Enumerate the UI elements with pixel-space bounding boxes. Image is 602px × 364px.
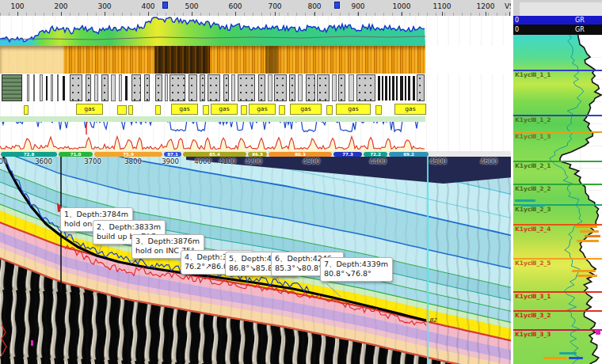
inclination-segment: 71.0 xyxy=(59,152,93,157)
gas-flag-small xyxy=(326,105,333,115)
interval-flag xyxy=(559,352,577,355)
interval-flag xyxy=(577,275,597,277)
litho-block xyxy=(94,74,98,101)
depth-label: 4600 xyxy=(480,157,497,165)
image-log-track xyxy=(0,46,511,74)
litho-block xyxy=(125,76,128,100)
litho-block xyxy=(86,74,91,101)
vs-ruler-label: 500 xyxy=(185,2,198,10)
gas-flag: gas xyxy=(336,104,371,115)
vs-ruler: 100200300400500600700800900100011001200V… xyxy=(0,0,513,17)
depth-label: 3600 xyxy=(35,157,52,165)
gas-flag-small xyxy=(203,105,209,115)
litho-block xyxy=(200,74,205,101)
red-log-plot xyxy=(0,135,511,151)
right-panel-header-tab xyxy=(513,0,602,16)
depth-label: 4200 xyxy=(245,157,262,165)
image-log-dark-zone xyxy=(265,46,278,74)
red-log-track xyxy=(0,135,511,152)
ruler-marker-icon xyxy=(162,2,168,9)
interval-flag xyxy=(577,240,599,242)
annotation-note: 80.8°↘76.8° xyxy=(324,269,388,279)
depth-label: 4500 xyxy=(429,157,447,165)
gas-flag: gas xyxy=(290,104,322,115)
litho-block xyxy=(382,76,383,100)
image-log-dark-zone xyxy=(154,46,210,74)
interval-flag xyxy=(515,199,535,202)
inclination-segment: 75.9 xyxy=(94,152,162,157)
depth-label: 00 xyxy=(0,157,7,165)
litho-block xyxy=(119,74,122,101)
cross-section-canvas[interactable]: 0036003700380039004000410042004300440045… xyxy=(0,157,511,364)
annotation-depth: 3、Depth:3876m xyxy=(135,237,200,246)
formation-top-label: K1ycⅢ_2_3 xyxy=(515,206,551,213)
lithology-track xyxy=(0,74,511,104)
formation-top-label: K1ycⅢ_3_1 xyxy=(515,293,551,300)
curve-name: GR xyxy=(575,17,585,24)
litho-block xyxy=(46,76,48,100)
inclination-segment-bar: 72.871.075.987.185.486.380.377.372.269.2 xyxy=(0,151,511,157)
interval-flag xyxy=(580,230,599,233)
gas-flag: gas xyxy=(76,104,103,115)
litho-block xyxy=(27,74,29,101)
gas-flag-small xyxy=(279,105,285,115)
vs-ruler-label: 1200 xyxy=(477,2,495,10)
litho-block xyxy=(170,74,185,101)
litho-block xyxy=(238,74,255,101)
gr-curve-track xyxy=(0,16,511,47)
litho-block xyxy=(63,76,65,100)
vs-ruler-label: 200 xyxy=(54,2,67,10)
formation-top-label: K1ycⅢ_3_3 xyxy=(515,331,551,338)
litho-block xyxy=(349,74,354,101)
litho-block xyxy=(405,76,406,100)
vs-ruler-label: 1100 xyxy=(433,2,452,10)
formation-top-label: K1ycⅢ_2_4 xyxy=(515,226,551,233)
curve-name: GR xyxy=(575,26,585,33)
litho-block xyxy=(40,74,43,101)
depth-label: 3800 xyxy=(124,157,142,165)
inclination-segment: 85.4 xyxy=(183,152,246,157)
litho-block xyxy=(189,74,197,101)
inclination-segment: 69.2 xyxy=(389,152,429,157)
track-band xyxy=(0,116,425,122)
litho-block xyxy=(51,74,53,101)
litho-block xyxy=(33,74,35,101)
litho-block xyxy=(356,74,375,101)
interval-flag xyxy=(596,330,600,335)
inclination-segment: 77.3 xyxy=(333,152,362,157)
litho-block xyxy=(101,74,109,101)
litho-block xyxy=(417,74,425,101)
litho-block xyxy=(385,76,387,100)
scale-min: 0 xyxy=(515,26,519,33)
gas-flag-small xyxy=(128,105,133,115)
interval-flag xyxy=(585,235,600,237)
litho-block xyxy=(396,76,398,100)
litho-block xyxy=(258,74,265,101)
type-well-gr-panel[interactable]: K1ycⅢ_1_1K1ycⅢ_1_2K1ycⅢ_1_3K1ycⅢ_2_1K1yc… xyxy=(513,35,602,364)
gas-flag: gas xyxy=(171,104,198,115)
inclination-segment: 72.2 xyxy=(364,152,387,157)
litho-block xyxy=(208,74,220,101)
interval-flag xyxy=(569,357,583,359)
litho-block xyxy=(165,74,168,101)
vs-ruler-label: 900 xyxy=(351,2,364,10)
vs-ruler-label: 300 xyxy=(97,2,111,10)
litho-block xyxy=(306,74,315,101)
gas-flag-small xyxy=(241,105,247,115)
litho-block xyxy=(155,74,162,101)
annotation-depth: 2、Depth:3833m xyxy=(97,222,161,232)
gas-flag-small xyxy=(117,105,127,115)
litho-block xyxy=(400,76,403,100)
litho-block xyxy=(392,76,394,100)
litho-block xyxy=(289,74,295,101)
depth-label: 4100 xyxy=(219,157,236,165)
formation-top-label: K1ycⅢ_2_1 xyxy=(515,162,551,169)
formation-top-label: K1ycⅢ_1_3 xyxy=(515,133,551,140)
inclination-segment: 80.3 xyxy=(269,152,332,157)
annotation-box[interactable]: 7、Depth:4339m80.8°↘76.8° xyxy=(320,257,393,282)
litho-block xyxy=(338,74,345,101)
gas-flag: gas xyxy=(249,104,276,115)
litho-block xyxy=(268,74,272,101)
litho-block xyxy=(332,74,337,101)
litho-block xyxy=(57,74,59,101)
